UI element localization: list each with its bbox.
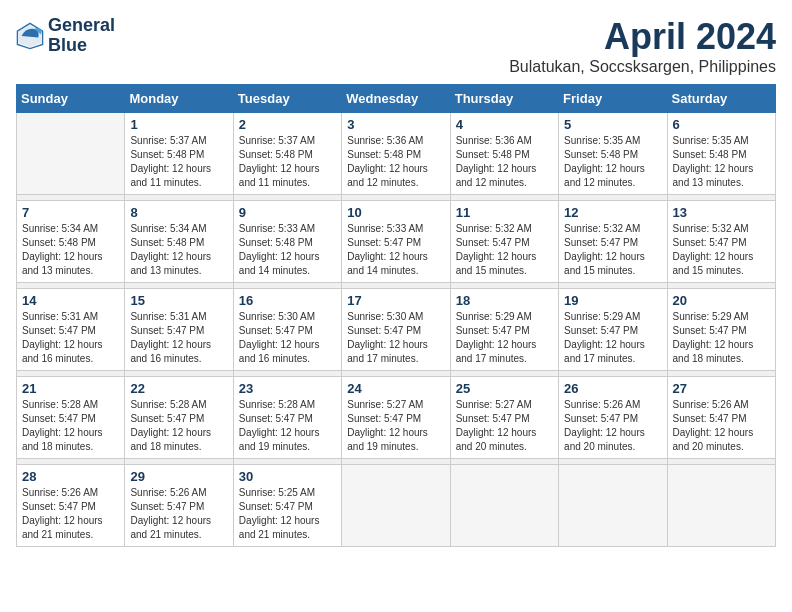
calendar-cell: 8Sunrise: 5:34 AM Sunset: 5:48 PM Daylig… — [125, 201, 233, 283]
day-number: 12 — [564, 205, 661, 220]
calendar-cell: 12Sunrise: 5:32 AM Sunset: 5:47 PM Dayli… — [559, 201, 667, 283]
day-number: 7 — [22, 205, 119, 220]
day-header-monday: Monday — [125, 85, 233, 113]
day-info: Sunrise: 5:36 AM Sunset: 5:48 PM Dayligh… — [456, 134, 553, 190]
calendar-cell: 9Sunrise: 5:33 AM Sunset: 5:48 PM Daylig… — [233, 201, 341, 283]
day-number: 17 — [347, 293, 444, 308]
day-number: 27 — [673, 381, 770, 396]
calendar-cell: 23Sunrise: 5:28 AM Sunset: 5:47 PM Dayli… — [233, 377, 341, 459]
calendar-cell: 20Sunrise: 5:29 AM Sunset: 5:47 PM Dayli… — [667, 289, 775, 371]
calendar-cell — [559, 465, 667, 547]
calendar-cell: 6Sunrise: 5:35 AM Sunset: 5:48 PM Daylig… — [667, 113, 775, 195]
week-row-4: 21Sunrise: 5:28 AM Sunset: 5:47 PM Dayli… — [17, 377, 776, 459]
day-info: Sunrise: 5:29 AM Sunset: 5:47 PM Dayligh… — [564, 310, 661, 366]
calendar-cell: 2Sunrise: 5:37 AM Sunset: 5:48 PM Daylig… — [233, 113, 341, 195]
day-info: Sunrise: 5:26 AM Sunset: 5:47 PM Dayligh… — [564, 398, 661, 454]
calendar-cell: 1Sunrise: 5:37 AM Sunset: 5:48 PM Daylig… — [125, 113, 233, 195]
calendar-cell: 10Sunrise: 5:33 AM Sunset: 5:47 PM Dayli… — [342, 201, 450, 283]
calendar-cell: 19Sunrise: 5:29 AM Sunset: 5:47 PM Dayli… — [559, 289, 667, 371]
day-header-sunday: Sunday — [17, 85, 125, 113]
week-row-2: 7Sunrise: 5:34 AM Sunset: 5:48 PM Daylig… — [17, 201, 776, 283]
day-number: 5 — [564, 117, 661, 132]
calendar-cell: 7Sunrise: 5:34 AM Sunset: 5:48 PM Daylig… — [17, 201, 125, 283]
day-number: 11 — [456, 205, 553, 220]
page-header: General Blue April 2024 Bulatukan, Soccs… — [16, 16, 776, 76]
day-number: 16 — [239, 293, 336, 308]
calendar-cell — [17, 113, 125, 195]
day-info: Sunrise: 5:32 AM Sunset: 5:47 PM Dayligh… — [456, 222, 553, 278]
day-number: 1 — [130, 117, 227, 132]
calendar-cell: 3Sunrise: 5:36 AM Sunset: 5:48 PM Daylig… — [342, 113, 450, 195]
day-info: Sunrise: 5:35 AM Sunset: 5:48 PM Dayligh… — [564, 134, 661, 190]
day-number: 15 — [130, 293, 227, 308]
day-number: 13 — [673, 205, 770, 220]
day-info: Sunrise: 5:36 AM Sunset: 5:48 PM Dayligh… — [347, 134, 444, 190]
calendar-cell: 17Sunrise: 5:30 AM Sunset: 5:47 PM Dayli… — [342, 289, 450, 371]
day-info: Sunrise: 5:31 AM Sunset: 5:47 PM Dayligh… — [22, 310, 119, 366]
calendar-cell — [342, 465, 450, 547]
logo-text: General Blue — [48, 16, 115, 56]
calendar-cell: 30Sunrise: 5:25 AM Sunset: 5:47 PM Dayli… — [233, 465, 341, 547]
day-info: Sunrise: 5:28 AM Sunset: 5:47 PM Dayligh… — [22, 398, 119, 454]
calendar-title: April 2024 — [509, 16, 776, 58]
calendar-cell: 26Sunrise: 5:26 AM Sunset: 5:47 PM Dayli… — [559, 377, 667, 459]
calendar-cell: 16Sunrise: 5:30 AM Sunset: 5:47 PM Dayli… — [233, 289, 341, 371]
calendar-cell: 22Sunrise: 5:28 AM Sunset: 5:47 PM Dayli… — [125, 377, 233, 459]
calendar-cell: 24Sunrise: 5:27 AM Sunset: 5:47 PM Dayli… — [342, 377, 450, 459]
day-number: 18 — [456, 293, 553, 308]
day-info: Sunrise: 5:35 AM Sunset: 5:48 PM Dayligh… — [673, 134, 770, 190]
day-info: Sunrise: 5:29 AM Sunset: 5:47 PM Dayligh… — [673, 310, 770, 366]
day-header-wednesday: Wednesday — [342, 85, 450, 113]
calendar-cell: 18Sunrise: 5:29 AM Sunset: 5:47 PM Dayli… — [450, 289, 558, 371]
calendar-cell: 11Sunrise: 5:32 AM Sunset: 5:47 PM Dayli… — [450, 201, 558, 283]
calendar-cell: 14Sunrise: 5:31 AM Sunset: 5:47 PM Dayli… — [17, 289, 125, 371]
header-row: SundayMondayTuesdayWednesdayThursdayFrid… — [17, 85, 776, 113]
day-number: 30 — [239, 469, 336, 484]
day-header-friday: Friday — [559, 85, 667, 113]
calendar-cell: 27Sunrise: 5:26 AM Sunset: 5:47 PM Dayli… — [667, 377, 775, 459]
day-info: Sunrise: 5:33 AM Sunset: 5:48 PM Dayligh… — [239, 222, 336, 278]
title-section: April 2024 Bulatukan, Soccsksargen, Phil… — [509, 16, 776, 76]
calendar-cell — [450, 465, 558, 547]
day-info: Sunrise: 5:30 AM Sunset: 5:47 PM Dayligh… — [239, 310, 336, 366]
day-number: 2 — [239, 117, 336, 132]
day-number: 21 — [22, 381, 119, 396]
day-info: Sunrise: 5:26 AM Sunset: 5:47 PM Dayligh… — [22, 486, 119, 542]
day-header-tuesday: Tuesday — [233, 85, 341, 113]
day-number: 24 — [347, 381, 444, 396]
day-number: 8 — [130, 205, 227, 220]
calendar-cell: 25Sunrise: 5:27 AM Sunset: 5:47 PM Dayli… — [450, 377, 558, 459]
day-info: Sunrise: 5:26 AM Sunset: 5:47 PM Dayligh… — [673, 398, 770, 454]
day-number: 22 — [130, 381, 227, 396]
day-number: 9 — [239, 205, 336, 220]
day-header-saturday: Saturday — [667, 85, 775, 113]
day-header-thursday: Thursday — [450, 85, 558, 113]
week-row-1: 1Sunrise: 5:37 AM Sunset: 5:48 PM Daylig… — [17, 113, 776, 195]
day-info: Sunrise: 5:25 AM Sunset: 5:47 PM Dayligh… — [239, 486, 336, 542]
day-info: Sunrise: 5:31 AM Sunset: 5:47 PM Dayligh… — [130, 310, 227, 366]
day-number: 6 — [673, 117, 770, 132]
calendar-cell — [667, 465, 775, 547]
day-info: Sunrise: 5:32 AM Sunset: 5:47 PM Dayligh… — [673, 222, 770, 278]
calendar-cell: 15Sunrise: 5:31 AM Sunset: 5:47 PM Dayli… — [125, 289, 233, 371]
day-number: 10 — [347, 205, 444, 220]
day-number: 3 — [347, 117, 444, 132]
calendar-cell: 29Sunrise: 5:26 AM Sunset: 5:47 PM Dayli… — [125, 465, 233, 547]
day-number: 25 — [456, 381, 553, 396]
week-row-3: 14Sunrise: 5:31 AM Sunset: 5:47 PM Dayli… — [17, 289, 776, 371]
day-info: Sunrise: 5:28 AM Sunset: 5:47 PM Dayligh… — [130, 398, 227, 454]
day-info: Sunrise: 5:30 AM Sunset: 5:47 PM Dayligh… — [347, 310, 444, 366]
calendar-cell: 21Sunrise: 5:28 AM Sunset: 5:47 PM Dayli… — [17, 377, 125, 459]
week-row-5: 28Sunrise: 5:26 AM Sunset: 5:47 PM Dayli… — [17, 465, 776, 547]
day-info: Sunrise: 5:29 AM Sunset: 5:47 PM Dayligh… — [456, 310, 553, 366]
day-info: Sunrise: 5:27 AM Sunset: 5:47 PM Dayligh… — [456, 398, 553, 454]
logo: General Blue — [16, 16, 115, 56]
day-number: 29 — [130, 469, 227, 484]
day-info: Sunrise: 5:27 AM Sunset: 5:47 PM Dayligh… — [347, 398, 444, 454]
day-info: Sunrise: 5:33 AM Sunset: 5:47 PM Dayligh… — [347, 222, 444, 278]
calendar-cell: 13Sunrise: 5:32 AM Sunset: 5:47 PM Dayli… — [667, 201, 775, 283]
day-info: Sunrise: 5:28 AM Sunset: 5:47 PM Dayligh… — [239, 398, 336, 454]
day-info: Sunrise: 5:32 AM Sunset: 5:47 PM Dayligh… — [564, 222, 661, 278]
day-number: 19 — [564, 293, 661, 308]
day-number: 20 — [673, 293, 770, 308]
